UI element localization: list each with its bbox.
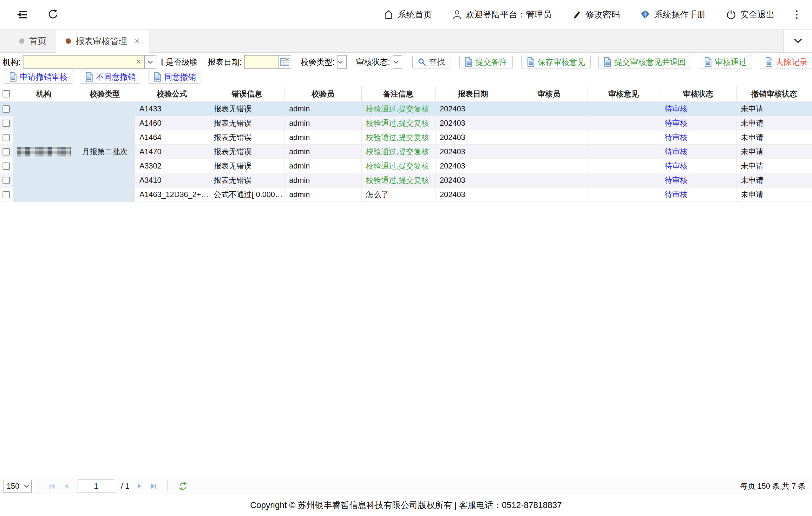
date-cell: 202403 [435, 116, 511, 130]
nav-welcome[interactable]: 欢迎登陆平台：管理员 [452, 9, 552, 20]
col-header-status[interactable]: 审核状态 [660, 86, 736, 102]
date-cell: 202403 [435, 102, 511, 116]
search-button[interactable]: 查找 [412, 55, 451, 69]
report-date-input[interactable] [244, 55, 279, 69]
tab-home[interactable]: 首页 [9, 29, 56, 52]
revoke-status-cell: 未申请 [736, 116, 812, 130]
page-number-input[interactable] [77, 480, 115, 493]
agree-revoke-button[interactable]: 同意撤销 [148, 70, 201, 84]
org-cell [13, 102, 75, 202]
more-menu-icon[interactable] [795, 9, 799, 20]
status-cell: 待审核 [660, 130, 736, 145]
agree-revoke-label: 同意撤销 [164, 72, 196, 82]
formula-cell: A3410 [135, 173, 209, 188]
clear-icon[interactable]: × [136, 57, 141, 66]
power-icon [726, 9, 736, 20]
save-opinion-button[interactable]: 保存审核意见 [521, 55, 590, 69]
row-checkbox[interactable] [3, 105, 10, 113]
error-cell: 报表无错误 [209, 145, 285, 159]
revoke-status-cell: 未申请 [736, 173, 812, 188]
row-checkbox[interactable] [3, 148, 10, 156]
checker-cell: admin [285, 159, 361, 173]
note-cell: 校验通过,提交复核 [361, 102, 435, 116]
page-size-select[interactable]: 150 [3, 480, 32, 492]
submit-return-button[interactable]: 提交审核意见并退回 [598, 55, 691, 69]
org-combo-arrow[interactable] [144, 55, 156, 69]
col-header-checker[interactable]: 校验员 [285, 86, 361, 102]
org-input[interactable]: × [23, 55, 144, 69]
remove-record-button[interactable]: 去除记录 [760, 55, 812, 69]
row-checkbox[interactable] [3, 191, 10, 198]
col-header-auditor[interactable]: 审核员 [511, 86, 587, 102]
revoke-toolbar: 申请撤销审核 不同意撤销 同意撤 [0, 70, 812, 86]
opinion-cell [587, 173, 660, 188]
calendar-icon[interactable] [279, 55, 291, 69]
note-cell: 校验通过,提交复核 [361, 130, 435, 145]
copyright-text: Copyright © 苏州银丰睿哲信息科技有限公司版权所有 | 客服电话：05… [250, 499, 562, 511]
row-checkbox[interactable] [3, 120, 10, 127]
select-all-checkbox[interactable] [3, 90, 10, 98]
note-cell: 校验通过,提交复核 [361, 159, 435, 173]
status-cell: 待审核 [660, 116, 736, 130]
opinion-cell [587, 116, 660, 130]
row-checkbox[interactable] [3, 177, 10, 184]
first-page-icon[interactable] [49, 483, 56, 490]
refresh-icon[interactable] [48, 9, 58, 20]
reload-icon[interactable] [178, 481, 188, 491]
approve-button[interactable]: 审核通过 [699, 55, 752, 69]
nav-change-password-label: 修改密码 [585, 9, 620, 20]
collapse-menu-icon[interactable] [17, 9, 28, 20]
nav-home[interactable]: 系统首页 [383, 9, 432, 20]
nav-logout[interactable]: 安全退出 [726, 9, 775, 20]
tab-report-audit[interactable]: 报表审核管理 × [56, 29, 149, 53]
status-cell: 待审核 [660, 102, 736, 116]
report-date-field[interactable] [244, 55, 291, 69]
prev-page-icon[interactable] [63, 483, 70, 490]
col-header-revoke-status[interactable]: 撤销审核状态 [736, 86, 812, 102]
cascade-label: 是否级联 [166, 57, 198, 67]
error-cell: 报表无错误 [209, 116, 285, 130]
document-icon [465, 57, 473, 66]
divider [38, 481, 38, 491]
select-all-cell [0, 86, 13, 102]
tab-list-expander[interactable] [783, 29, 812, 52]
col-header-error[interactable]: 错误信息 [209, 86, 285, 102]
row-checkbox[interactable] [3, 134, 10, 141]
formula-cell: A1464 [135, 130, 209, 145]
nav-change-password[interactable]: 修改密码 [572, 9, 620, 20]
revoke-status-cell: 未申请 [736, 130, 812, 145]
cascade-checkbox[interactable] [162, 58, 163, 66]
col-header-org[interactable]: 机构 [13, 86, 75, 102]
auditor-cell [511, 102, 587, 116]
note-cell: 校验通过,提交复核 [361, 145, 435, 159]
col-header-note[interactable]: 备注信息 [361, 86, 435, 102]
tab-dot-icon [66, 38, 71, 44]
row-checkbox[interactable] [3, 162, 10, 170]
col-header-formula[interactable]: 校验公式 [135, 86, 209, 102]
org-combo[interactable]: × [23, 55, 156, 69]
col-header-check-type[interactable]: 校验类型 [75, 86, 135, 102]
error-cell: 报表无错误 [209, 159, 285, 173]
nav-welcome-label: 欢迎登陆平台：管理员 [466, 9, 552, 20]
auditor-cell [511, 188, 587, 202]
audit-status-select[interactable] [393, 55, 402, 69]
disagree-revoke-button[interactable]: 不同意撤销 [80, 70, 141, 84]
opinion-cell [587, 188, 660, 202]
auditor-cell [511, 145, 587, 159]
nav-manual[interactable]: 系统操作手册 [640, 9, 706, 20]
checker-cell: admin [285, 145, 361, 159]
col-header-opinion[interactable]: 审核意见 [587, 86, 660, 102]
document-icon [604, 57, 612, 66]
document-icon [704, 57, 712, 66]
note-cell: 校验通过,提交复核 [361, 116, 435, 130]
last-page-icon[interactable] [150, 483, 157, 490]
next-page-icon[interactable] [136, 483, 143, 490]
opinion-cell [587, 159, 660, 173]
check-type-select[interactable] [337, 55, 347, 69]
apply-revoke-button[interactable]: 申请撤销审核 [4, 70, 73, 84]
table-row[interactable]: 月报第二批次 A1433 报表无错误 admin 校验通过,提交复核 20240… [0, 102, 812, 116]
date-cell: 202403 [435, 159, 511, 173]
col-header-date[interactable]: 报表日期 [435, 86, 511, 102]
submit-note-button[interactable]: 提交备注 [459, 55, 513, 69]
close-icon[interactable]: × [135, 37, 140, 46]
